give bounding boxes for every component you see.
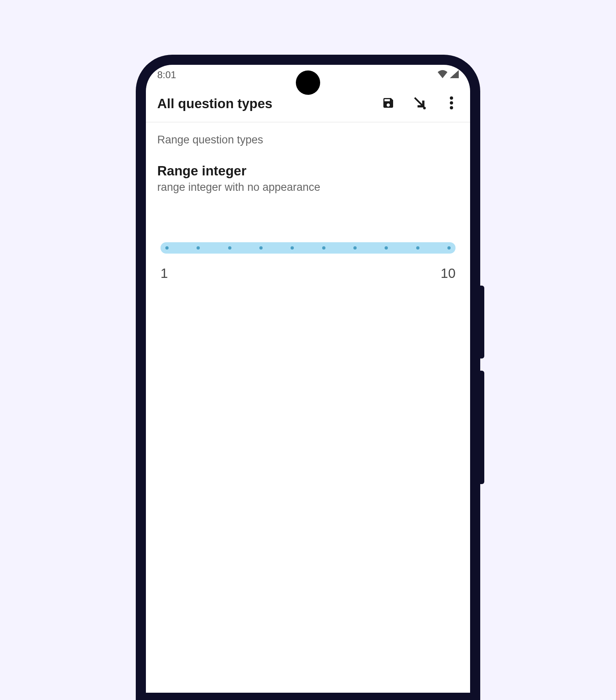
slider-tick (259, 246, 263, 250)
range-slider[interactable] (160, 242, 456, 254)
slider-tick (322, 246, 325, 250)
svg-point-0 (423, 107, 426, 109)
side-button-volume (480, 286, 484, 359)
save-button[interactable] (381, 96, 396, 111)
phone-frame: 8:01 All question types (136, 55, 480, 700)
wifi-icon (438, 69, 447, 81)
content-area: Range question types Range integer range… (146, 122, 470, 292)
more-button[interactable] (444, 96, 459, 111)
group-label: Range question types (157, 134, 459, 146)
slider-tick (228, 246, 231, 250)
slider-max-label: 10 (441, 266, 456, 281)
svg-point-1 (450, 96, 453, 100)
jump-button[interactable] (413, 96, 427, 111)
slider-min-label: 1 (160, 266, 168, 281)
save-icon (382, 96, 395, 111)
phone-mockup: 8:01 All question types (136, 55, 480, 700)
more-vert-icon (450, 96, 453, 111)
slider-tick (291, 246, 294, 250)
slider-labels: 1 10 (160, 266, 456, 281)
side-button-power (480, 371, 484, 484)
arrow-down-right-icon (413, 96, 427, 111)
question-title: Range integer (157, 163, 459, 179)
status-time: 8:01 (157, 69, 176, 81)
app-bar-actions (381, 96, 459, 111)
status-icons (438, 69, 459, 81)
question-hint: range integer with no appearance (157, 181, 459, 194)
slider-tick (416, 246, 419, 250)
slider-tick (197, 246, 200, 250)
signal-icon (450, 69, 459, 81)
svg-point-2 (450, 101, 453, 105)
slider-tick (385, 246, 388, 250)
slider-tick (353, 246, 357, 250)
slider-tick (165, 246, 169, 250)
slider-container: 1 10 (157, 242, 459, 281)
camera-notch (296, 70, 320, 95)
app-bar-title: All question types (157, 96, 272, 111)
svg-point-3 (450, 106, 453, 109)
slider-tick (447, 246, 451, 250)
phone-screen: 8:01 All question types (146, 65, 470, 693)
